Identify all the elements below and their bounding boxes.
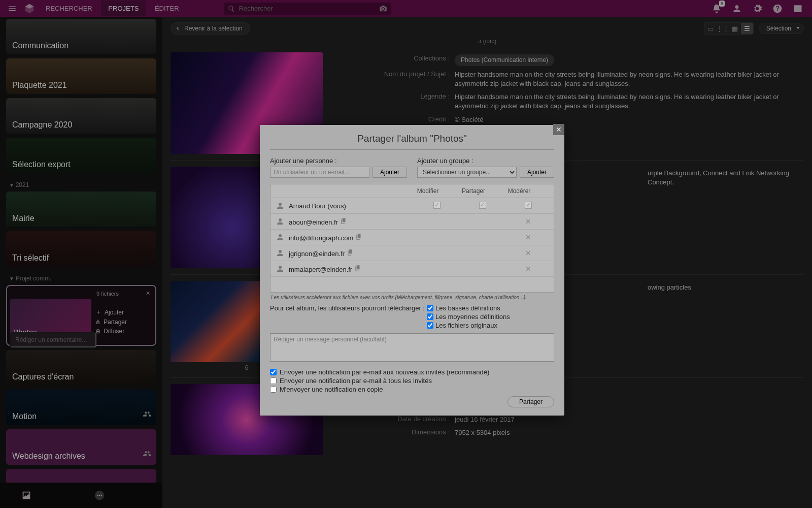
message-textarea[interactable] (270, 333, 554, 362)
share-button[interactable]: Partager (507, 396, 554, 407)
perm-modify-locked (433, 202, 441, 209)
col-modify: Modifier (413, 187, 443, 195)
share-row: abour@einden.fr ✕ (270, 214, 554, 230)
person-icon (276, 217, 285, 226)
share-row: mmalapert@einden.fr ✕ (270, 261, 554, 277)
dl-orig[interactable]: Les fichiers originaux (427, 322, 510, 329)
share-row-owner: Arnaud Bour (vous) (270, 198, 554, 214)
share-modal: ✕ Partager l'album "Photos" Ajouter une … (260, 125, 564, 416)
notif-all[interactable]: Envoyer une notification par e-mail à to… (270, 377, 554, 385)
perm-moderate-locked (525, 202, 532, 209)
modal-title: Partager l'album "Photos" (270, 131, 554, 150)
notif-new[interactable]: Envoyer une notification par e-mail aux … (270, 368, 554, 376)
person-icon (276, 264, 285, 273)
copy-icon[interactable] (347, 249, 354, 256)
copy-icon[interactable] (340, 217, 347, 225)
notif-copy[interactable]: M'envoyer une notification en copie (270, 386, 554, 393)
col-moderate: Modérer (504, 187, 534, 195)
dl-mid[interactable]: Les moyennes définitions (427, 313, 510, 321)
rights-note: Les utilisateurs accèderont aux fichiers… (270, 293, 554, 302)
copy-icon[interactable] (354, 265, 361, 272)
col-share: Partager (458, 187, 489, 195)
add-person-label: Ajouter une personne : (270, 157, 407, 165)
add-group-select[interactable]: Sélectionner un groupe... (417, 167, 517, 178)
add-person-button[interactable]: Ajouter (373, 167, 407, 178)
remove-user-icon[interactable]: ✕ (513, 265, 544, 273)
add-person-input[interactable] (270, 167, 369, 178)
person-icon (276, 233, 285, 242)
download-label: Pour cet album, les utilisateurs pourron… (270, 304, 425, 312)
share-row: jgrignon@einden.fr ✕ (270, 245, 554, 261)
perm-share-locked (479, 202, 486, 209)
copy-icon[interactable] (355, 233, 362, 240)
remove-user-icon[interactable]: ✕ (513, 233, 544, 241)
remove-user-icon[interactable]: ✕ (513, 249, 544, 257)
person-icon (276, 201, 285, 210)
modal-close-button[interactable]: ✕ (553, 124, 564, 135)
remove-user-icon[interactable]: ✕ (513, 217, 544, 226)
add-group-label: Ajouter un groupe : (417, 157, 554, 165)
add-group-button[interactable]: Ajouter (520, 167, 554, 178)
dl-low[interactable]: Les basses définitions (427, 304, 510, 312)
share-row: info@dittongraph.com ✕ (270, 230, 554, 245)
person-icon (276, 248, 285, 258)
share-table: Modifier Partager Modérer Arnaud Bour (v… (270, 184, 554, 293)
